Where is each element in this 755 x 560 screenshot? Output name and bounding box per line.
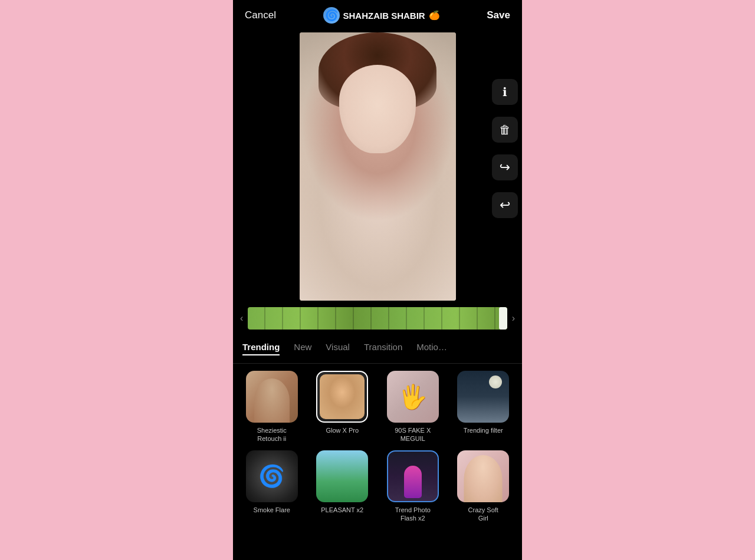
- tab-motion[interactable]: Motio…: [416, 342, 447, 355]
- tab-visual-label: Visual: [326, 342, 350, 352]
- trending-moon-icon: [489, 375, 502, 388]
- filter-label-pleasant: PLEASANT x2: [321, 506, 363, 514]
- tab-transition[interactable]: Transition: [364, 342, 402, 355]
- user-emoji: 🍊: [429, 10, 440, 21]
- filter-thumb-glow: [316, 371, 368, 423]
- avatar: 🌀: [323, 7, 340, 24]
- trendphoto-figure: [404, 466, 422, 498]
- app-container: Cancel 🌀 SHAHZAIB SHABIR 🍊 Save ℹ 🗑: [233, 0, 522, 560]
- filter-item-trending[interactable]: Trending filter: [452, 371, 516, 443]
- filter-item-trendphoto[interactable]: Trend PhotoFlash x2: [381, 450, 445, 523]
- timeline-handle[interactable]: [499, 307, 507, 330]
- undo-icon: ↩: [500, 197, 510, 213]
- photo-frame: [300, 32, 456, 301]
- filter-item-pleasant[interactable]: PLEASANT x2: [311, 450, 375, 523]
- timeline-left-arrow[interactable]: ‹: [238, 313, 245, 324]
- filter-thumb-pleasant: [316, 450, 368, 502]
- glow-figure: [320, 374, 365, 419]
- info-button[interactable]: ℹ: [492, 79, 518, 105]
- tab-transition-label: Transition: [364, 342, 402, 352]
- portrait-face: [339, 65, 416, 153]
- timeline-track[interactable]: [248, 307, 507, 330]
- filter-label-trendphoto: Trend PhotoFlash x2: [395, 506, 431, 523]
- filter-item-90s[interactable]: 🖐 90S FAKE XMEGUIL: [381, 371, 445, 443]
- filter-item-glow[interactable]: Glow X Pro: [311, 371, 375, 443]
- crazysoft-figure: [464, 455, 503, 502]
- tab-trending[interactable]: Trending: [242, 342, 280, 355]
- filter-thumb-sheziestic: [246, 371, 298, 423]
- tab-new[interactable]: New: [294, 342, 311, 355]
- delete-button[interactable]: 🗑: [492, 117, 518, 143]
- filter-grid-row2: 🌀 Smoke Flare PLEASANT x2 Trend PhotoFla…: [233, 443, 522, 523]
- timeline-area: ‹ ›: [233, 302, 522, 334]
- filter-item-smoke[interactable]: 🌀 Smoke Flare: [240, 450, 304, 523]
- filter-label-glow: Glow X Pro: [326, 426, 359, 434]
- undo-button[interactable]: ↩: [492, 192, 518, 218]
- filter-thumb-90s: 🖐: [387, 371, 439, 423]
- filter-label-90s: 90S FAKE XMEGUIL: [395, 426, 431, 443]
- tab-visual[interactable]: Visual: [326, 342, 350, 355]
- portrait-bg: [300, 32, 456, 301]
- top-bar: Cancel 🌀 SHAHZAIB SHABIR 🍊 Save: [233, 0, 522, 31]
- 90s-hand-icon: 🖐: [398, 383, 428, 411]
- cancel-button[interactable]: Cancel: [245, 9, 276, 21]
- tab-motion-label: Motio…: [416, 342, 447, 352]
- filter-label-smoke: Smoke Flare: [254, 506, 290, 514]
- filter-grid-row1: SheziesticRetouch ii Glow X Pro 🖐 90S FA…: [233, 364, 522, 443]
- tab-new-label: New: [294, 342, 311, 352]
- sheziestic-figure: [254, 378, 290, 423]
- save-button[interactable]: Save: [487, 9, 510, 21]
- filter-item-sheziestic[interactable]: SheziesticRetouch ii: [240, 371, 304, 443]
- filter-tabs: Trending New Visual Transition Motio…: [233, 334, 522, 364]
- smoke-spiral-icon: 🌀: [246, 450, 298, 502]
- filter-label-sheziestic: SheziesticRetouch ii: [257, 426, 287, 443]
- tab-trending-label: Trending: [242, 342, 280, 352]
- username-label: SHAHZAIB SHABIR: [343, 11, 425, 21]
- filter-thumb-trending: [457, 371, 509, 423]
- filter-label-trending: Trending filter: [464, 426, 503, 434]
- redo-icon: ↩: [500, 160, 510, 175]
- filter-thumb-smoke: 🌀: [246, 450, 298, 502]
- delete-icon: 🗑: [499, 123, 511, 137]
- user-title: 🌀 SHAHZAIB SHABIR 🍊: [323, 7, 440, 24]
- photo-area: ℹ 🗑 ↩ ↩: [233, 31, 522, 302]
- filter-thumb-crazysoft: [457, 450, 509, 502]
- redo-button[interactable]: ↩: [492, 154, 518, 180]
- filter-item-crazysoft[interactable]: Crazy SoftGirl: [452, 450, 516, 523]
- right-toolbar: ℹ 🗑 ↩ ↩: [488, 61, 522, 332]
- filter-label-crazysoft: Crazy SoftGirl: [468, 506, 498, 523]
- filter-thumb-trendphoto: [387, 450, 439, 502]
- info-icon: ℹ: [503, 85, 507, 99]
